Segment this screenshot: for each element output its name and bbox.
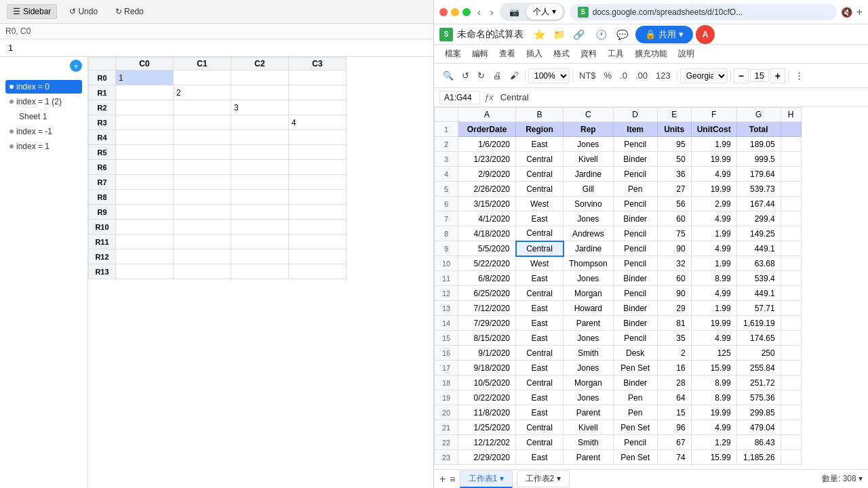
table-cell[interactable]: 95 [657,137,691,152]
more-formats-button[interactable]: 123 [652,68,674,83]
table-cell[interactable]: 3/15/2020 [458,197,516,211]
inc-decimals-button[interactable]: .00 [632,68,651,83]
table-cell[interactable]: 1.99 [691,137,736,152]
add-tab-button[interactable]: + [856,6,863,18]
table-cell[interactable]: 36 [657,167,691,182]
cell-r7-c1[interactable] [174,175,231,190]
table-cell[interactable]: 189.05 [736,137,781,152]
cell-r3-c2[interactable] [231,115,289,130]
header-cell-unitcost[interactable]: UnitCost [691,122,736,137]
cell-r12-c0[interactable] [116,249,174,264]
cell-r5-c0[interactable] [116,145,174,160]
table-cell[interactable]: 4.99 [691,241,736,256]
table-cell[interactable]: Pencil [613,226,657,241]
table-cell[interactable]: Central [516,152,564,167]
table-cell[interactable]: West [516,256,564,271]
font-size-plus-button[interactable]: + [770,68,785,83]
table-cell[interactable]: 27 [657,182,691,197]
table-cell[interactable]: 2.99 [691,197,736,211]
cell-r11-c1[interactable] [174,235,231,249]
table-cell[interactable]: 125 [691,346,736,361]
table-cell[interactable]: 63.68 [736,256,781,271]
table-cell[interactable]: Pencil [613,197,657,211]
table-cell[interactable]: 8.99 [691,390,736,405]
table-cell[interactable]: Pen Set [613,361,657,375]
cell-r9-c1[interactable] [174,205,231,220]
table-cell[interactable]: 299.85 [736,405,781,420]
table-cell[interactable]: 1.99 [691,256,736,271]
table-cell[interactable]: 90 [657,241,691,256]
sidebar-item-index-neg1[interactable]: index = -1 [5,125,82,138]
table-cell[interactable]: 15 [657,405,691,420]
sidebar-item-index0[interactable]: index = 0 [5,80,82,94]
table-cell[interactable]: Pencil [613,167,657,182]
url-bar[interactable]: S docs.google.com/spreadsheets/d/10cfO..… [570,4,837,20]
table-cell[interactable]: East [516,271,564,286]
star-button[interactable]: ⭐ [530,27,549,42]
table-cell[interactable]: 56 [657,197,691,211]
table-cell[interactable]: Thompson [564,256,614,271]
table-cell[interactable]: 96 [657,420,691,435]
cell-r12-c1[interactable] [174,249,231,264]
table-cell[interactable]: Pencil [613,331,657,346]
table-cell[interactable]: Jardine [564,167,614,182]
cell-r0-c2[interactable] [231,70,289,85]
cell-r10-c0[interactable] [116,220,174,235]
table-cell[interactable]: Kivell [564,420,614,435]
table-cell[interactable]: 1.29 [691,435,736,450]
table-cell[interactable]: 250 [736,346,781,361]
maximize-btn[interactable] [462,8,471,16]
table-cell[interactable]: Andrews [564,226,614,241]
table-cell[interactable]: 251.72 [736,375,781,390]
cell-r7-c3[interactable] [289,175,347,190]
cell-r2-c2[interactable]: 3 [231,100,289,115]
currency-button[interactable]: NT$ [576,68,599,83]
table-cell[interactable]: Binder [613,271,657,286]
table-cell[interactable]: 28 [657,375,691,390]
table-cell[interactable]: 4.99 [691,211,736,226]
nav-back-button[interactable]: ‹ [475,5,484,19]
table-cell[interactable]: 86.43 [736,435,781,450]
table-cell[interactable]: Pen [613,405,657,420]
paint-format-button[interactable]: 🖌 [507,68,522,83]
cell-r12-c2[interactable] [231,249,289,264]
table-cell[interactable]: 8/15/2020 [458,331,516,346]
cell-r11-c3[interactable] [289,235,347,249]
table-cell[interactable]: 67 [657,435,691,450]
table-cell[interactable]: 6/8/2020 [458,271,516,286]
table-cell[interactable]: 35 [657,331,691,346]
table-cell[interactable]: 8.99 [691,375,736,390]
table-cell[interactable]: 12/12/202 [458,435,516,450]
table-cell[interactable]: East [516,137,564,152]
table-cell[interactable]: Jones [564,331,614,346]
sidebar-item-index1-only[interactable]: index = 1 [5,140,82,153]
avatar[interactable]: A [696,25,715,44]
table-cell[interactable]: Pencil [613,137,657,152]
table-cell[interactable]: 15.99 [691,361,736,375]
cell-r9-c2[interactable] [231,205,289,220]
table-cell[interactable]: 174.65 [736,331,781,346]
table-cell[interactable]: 16 [657,361,691,375]
table-cell[interactable]: 64 [657,390,691,405]
menu-file[interactable]: 檔案 [439,46,467,62]
cell-r1-c1[interactable]: 2 [174,85,231,100]
cell-r0-c3[interactable] [289,70,347,85]
table-cell[interactable]: 5/5/2020 [458,241,516,256]
table-cell[interactable]: Kivell [564,152,614,167]
table-cell[interactable]: 15.99 [691,450,736,465]
zoom-select[interactable]: 100% [528,68,570,83]
cell-r6-c3[interactable] [289,160,347,175]
table-cell[interactable]: Pencil [613,256,657,271]
table-cell[interactable]: Pencil [613,241,657,256]
menu-tools[interactable]: 工具 [602,46,629,62]
sidebar-item-sheet1[interactable]: Sheet 1 [5,110,82,123]
cell-r9-c3[interactable] [289,205,347,220]
table-cell[interactable]: Jones [564,390,614,405]
cell-r5-c3[interactable] [289,145,347,160]
table-cell[interactable]: Pen [613,390,657,405]
table-cell[interactable]: 1,185.26 [736,450,781,465]
close-btn[interactable] [439,8,448,16]
link-button[interactable]: 🔗 [570,27,588,42]
table-cell[interactable]: 1/25/2020 [458,420,516,435]
table-cell[interactable]: Jones [564,137,614,152]
